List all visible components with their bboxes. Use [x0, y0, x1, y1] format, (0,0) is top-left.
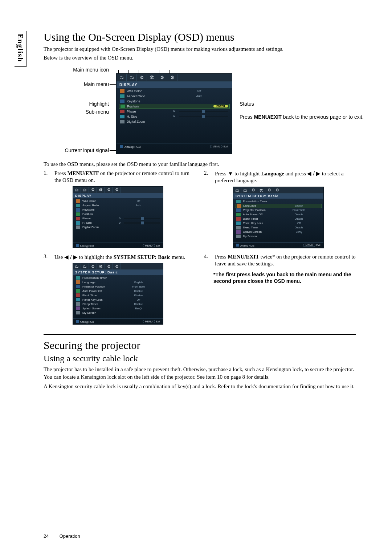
- down-arrow-icon: ▼: [228, 170, 233, 176]
- osd-row-value: Auto: [170, 94, 228, 98]
- step-text: Press ▼ to highlight Language and press …: [215, 170, 356, 184]
- osd-screenshot-step2: 🗂🗂⚙🛠⚙⚙ SYSTEM SETUP: Basic Presentation …: [233, 187, 324, 248]
- osd-tab-icon: 🛠: [147, 74, 157, 82]
- osd-tab-icon: 🗂: [127, 74, 137, 82]
- left-arrow-icon: ◀: [307, 170, 311, 176]
- osd-tab-icon: ⚙: [167, 74, 177, 82]
- step-text: Press MENU/EXIT on the projector or remo…: [54, 170, 195, 184]
- slider-icon: [179, 111, 228, 112]
- osd-annotated-diagram: Main menu icon Main menu Highlight Sub-m…: [44, 65, 348, 159]
- step-number: 4.: [204, 253, 213, 260]
- step4-note: *The first press leads you back to the m…: [213, 271, 356, 284]
- osd-row-label: Keystone: [127, 99, 170, 103]
- label-press-menu-exit: Press MENU/EXIT back to the previous pag…: [240, 114, 316, 121]
- osd-body: Wall ColorOff Aspect RatioAuto Keystone …: [117, 88, 232, 125]
- secure-para-2: A Kensington security cable lock is usua…: [44, 383, 356, 390]
- osd-row-label: H. Size: [127, 115, 170, 118]
- step-number: 3.: [44, 253, 53, 260]
- heading-cable-lock: Using a security cable lock: [44, 354, 356, 363]
- page-footer: 24 Operation: [44, 533, 80, 539]
- after-diagram-para: To use the OSD menus, please set the OSD…: [44, 160, 356, 168]
- label-main-menu: Main menu: [44, 81, 109, 87]
- osd-row-label: Digital Zoom: [127, 120, 170, 123]
- osd-tabbar: 🗂 🗂 ⚙ 🛠 ⚙ ⚙: [117, 74, 232, 82]
- osd-row-label: Position: [127, 105, 171, 108]
- osd-row-value: 0: [170, 115, 177, 118]
- intro-para-2: Below is the overview of the OSD menu.: [44, 54, 356, 61]
- osd-tab-icon: 🗂: [81, 187, 89, 193]
- osd-row-label: Phase: [127, 110, 170, 113]
- osd-footer-exit: Exit: [224, 145, 228, 148]
- press-bold: MENU/EXIT: [254, 114, 282, 120]
- label-main-menu-icon: Main menu icon: [44, 67, 109, 73]
- secure-para-1: The projector has to be installed in a s…: [44, 366, 356, 381]
- osd-screenshot-step3: 🗂🗂⚙🛠⚙⚙ SYSTEM SETUP: Basic Presentation …: [73, 263, 163, 325]
- section-name: Operation: [60, 533, 80, 539]
- language-tab: English: [15, 31, 26, 67]
- osd-screenshot-step1: 🗂 🗂 ⚙ 🛠 ⚙ ⚙ DISPLAY Wall ColorOff Aspect…: [73, 186, 163, 248]
- osd-tab-icon: ⚙: [105, 187, 113, 193]
- osd-title: DISPLAY: [73, 193, 163, 198]
- steps-grid: 1. Press MENU/EXIT on the projector or r…: [44, 170, 356, 335]
- press-post: back to the previous page or to exit.: [282, 114, 364, 120]
- right-arrow-icon: ▶: [316, 170, 320, 176]
- step-text: Press MENU/EXIT twice* on the projector …: [215, 253, 356, 268]
- step-number: 2.: [204, 170, 213, 176]
- osd-tab-icon: 🗂: [117, 74, 127, 82]
- osd-tab-icon: ⚙: [157, 74, 167, 82]
- label-highlight: Highlight: [44, 101, 109, 107]
- heading-securing: Securing the projector: [44, 339, 356, 351]
- right-arrow-icon: ▶: [73, 254, 78, 260]
- osd-row-label: Wall Color: [127, 89, 170, 93]
- step-text: Use ◀ / ▶ to highlight the SYSTEM SETUP:…: [54, 253, 195, 261]
- osd-tab-icon: 🛠: [97, 187, 105, 193]
- label-sub-menu: Sub-menu: [44, 109, 109, 115]
- label-status: Status: [240, 101, 254, 107]
- osd-row-value: 0: [170, 110, 177, 113]
- intro-para-1: The projector is equipped with On-Screen…: [44, 45, 356, 53]
- menu-pill: MENU: [210, 145, 223, 148]
- osd-main-title: DISPLAY: [117, 82, 232, 88]
- step-number: 1.: [44, 170, 53, 176]
- osd-tab-icon: 🗂: [73, 187, 81, 193]
- heading-osd: Using the On-Screen Display (OSD) menus: [44, 31, 356, 43]
- slider-icon: [179, 116, 228, 117]
- label-current-input: Current input signal: [44, 147, 109, 153]
- osd-tab-icon: ⚙: [113, 187, 121, 193]
- osd-row-label: Aspect Ratio: [127, 94, 170, 98]
- osd-footer-input: Analog RGB: [120, 145, 140, 149]
- press-pre: Press: [240, 114, 254, 120]
- osd-tab-icon: ⚙: [89, 187, 97, 193]
- left-arrow-icon: ◀: [64, 254, 69, 260]
- enter-pill: ENTER: [213, 105, 228, 107]
- page-number: 24: [44, 533, 58, 539]
- osd-tab-icon: ⚙: [137, 74, 147, 82]
- osd-row-value: Off: [170, 89, 228, 93]
- osd-screenshot-main: 🗂 🗂 ⚙ 🛠 ⚙ ⚙ DISPLAY Wall ColorOff Aspect…: [116, 73, 232, 154]
